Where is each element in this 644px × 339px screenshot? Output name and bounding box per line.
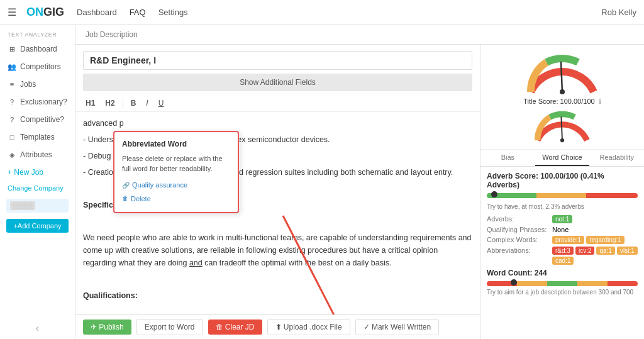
- add-company-button[interactable]: +Add Company: [6, 219, 69, 233]
- change-company-link[interactable]: Change Company: [0, 181, 75, 195]
- text-line-1: advanced p: [83, 117, 472, 130]
- tab-readability[interactable]: Readability: [589, 150, 644, 166]
- sidebar-label-dashboard: Dashboard: [20, 45, 57, 53]
- qualifying-row: Qualifying Phrases: None: [487, 226, 638, 233]
- logo: ONGIG: [26, 6, 64, 19]
- text-spacer-4: [83, 306, 472, 314]
- info-icon[interactable]: ℹ: [599, 97, 601, 105]
- panel-tabs: Bias Word Choice Readability: [480, 150, 644, 167]
- attributes-icon: ◈: [8, 151, 16, 159]
- sidebar-item-attributes[interactable]: ◈ Attributes: [0, 146, 75, 164]
- nav-settings[interactable]: Settings: [158, 8, 188, 17]
- abbreviations-label: Abbreviations:: [487, 247, 550, 254]
- mark-well-written-button[interactable]: ✓ Mark Well Written: [355, 319, 440, 335]
- sidebar-item-dashboard[interactable]: ⊞ Dashboard: [0, 40, 75, 58]
- word-count-hint: Try to aim for a job description between…: [487, 289, 638, 296]
- bold-button[interactable]: B: [128, 97, 139, 109]
- sidebar-item-templates[interactable]: □ Templates: [0, 128, 75, 146]
- tooltip-link-delete[interactable]: 🗑 Delete: [122, 192, 230, 206]
- adverbs-label: Adverbs:: [487, 215, 550, 223]
- sidebar-label-attributes: Attributes: [20, 150, 52, 159]
- export-word-button[interactable]: Export to Word: [136, 319, 203, 335]
- abbr-badge-3[interactable]: qa:1: [596, 247, 614, 255]
- sidebar-section-label: TEXT ANALYZER: [0, 25, 75, 40]
- text-spacer-3: [83, 273, 472, 286]
- h1-button[interactable]: H1: [83, 97, 97, 109]
- abbr-badge-4[interactable]: vlsi:1: [617, 247, 638, 255]
- qualifying-label: Qualifying Phrases:: [487, 226, 550, 233]
- complex-words-label: Complex Words:: [487, 236, 550, 243]
- sidebar-item-jobs[interactable]: ≡ Jobs: [0, 75, 75, 93]
- abbr-badge-5[interactable]: cad:1: [552, 257, 574, 265]
- nav-faq[interactable]: FAQ: [130, 8, 146, 17]
- upload-docx-button[interactable]: ⬆ Upload .docx File: [267, 319, 350, 335]
- text-spacer-2: [83, 215, 472, 228]
- tooltip-description: Please delete or replace with the full w…: [122, 154, 230, 174]
- score-section: Adverb Score: 100.00/100 (0.41% Adverbs)…: [480, 167, 644, 339]
- hamburger-icon[interactable]: ☰: [8, 6, 16, 18]
- h2-button[interactable]: H2: [103, 97, 117, 109]
- gauge-section: Title Score: 100.00/100 ℹ: [480, 45, 644, 150]
- editor-body[interactable]: Abbreviated Word Please delete or replac…: [75, 112, 480, 314]
- sidebar-label-competitive: Competitive?: [20, 115, 64, 124]
- user-name: Rob Kelly: [601, 8, 636, 17]
- tab-word-choice[interactable]: Word Choice: [535, 150, 590, 166]
- nav-links: Dashboard FAQ Settings: [77, 8, 188, 17]
- abbr-badge-1[interactable]: r&d:3: [552, 247, 574, 255]
- tooltip-link-quality[interactable]: 🔗 Quality assurance: [122, 179, 230, 192]
- tab-bias[interactable]: Bias: [480, 150, 535, 166]
- sidebar-item-competitive[interactable]: ? Competitive?: [0, 111, 75, 128]
- sidebar-label-templates: Templates: [20, 133, 55, 142]
- sidebar: TEXT ANALYZER ⊞ Dashboard 👥 Competitors …: [0, 25, 75, 339]
- tooltip-links: 🔗 Quality assurance 🗑 Delete: [122, 179, 230, 206]
- abbr-badge-2[interactable]: icv:2: [575, 247, 595, 255]
- editor-toolbar: H1 H2 B I U: [75, 95, 480, 112]
- word-count-section: Word Count: 244 Try to aim for a job des…: [487, 269, 638, 296]
- sidebar-item-exclusionary[interactable]: ? Exclusionary?: [0, 93, 75, 111]
- publish-button[interactable]: ✈ Publish: [83, 320, 131, 335]
- templates-icon: □: [8, 133, 16, 141]
- top-nav: ☰ ONGIG Dashboard FAQ Settings Rob Kelly: [0, 0, 644, 25]
- show-fields-button[interactable]: Show Additional Fields: [83, 74, 472, 91]
- secondary-gauge: [531, 108, 594, 143]
- svg-point-3: [560, 89, 565, 94]
- bottom-bar: ✈ Publish Export to Word 🗑 Clear JD ⬆ Up…: [75, 314, 480, 339]
- tooltip-link-delete-label: Delete: [131, 194, 151, 205]
- score-rows: Adverbs: not:1 Qualifying Phrases: None …: [487, 215, 638, 265]
- adverbs-badges: not:1: [552, 215, 572, 223]
- word-count-label: Word Count: 244: [487, 269, 638, 277]
- complex-badge-1[interactable]: provide:1: [552, 236, 584, 244]
- adverb-bar: [487, 193, 638, 198]
- sidebar-label-jobs: Jobs: [20, 80, 36, 89]
- jobs-icon: ≡: [8, 81, 16, 88]
- sidebar-collapse-button[interactable]: ‹: [0, 318, 75, 339]
- delete-icon: 🗑: [122, 194, 128, 204]
- exclusionary-icon: ?: [8, 98, 16, 106]
- job-title-input[interactable]: [83, 51, 472, 70]
- complex-badge-2[interactable]: regarding:1: [586, 236, 625, 244]
- sidebar-label-competitors: Competitors: [20, 62, 61, 71]
- adverbs-row: Adverbs: not:1: [487, 215, 638, 223]
- nav-dashboard[interactable]: Dashboard: [77, 8, 117, 17]
- competitive-icon: ?: [8, 116, 16, 123]
- link-icon: 🔗: [122, 181, 130, 191]
- new-job-button[interactable]: + New Job: [0, 164, 75, 181]
- sidebar-item-competitors[interactable]: 👥 Competitors: [0, 58, 75, 75]
- abbreviations-badges: r&d:3 icv:2 qa:1 vlsi:1 cad:1: [552, 247, 638, 265]
- svg-point-5: [560, 138, 564, 142]
- qualifying-value: None: [552, 226, 569, 233]
- and-underline: and: [189, 258, 203, 267]
- breadcrumb: Job Description: [75, 25, 644, 45]
- adverb-badge-1[interactable]: not:1: [552, 215, 572, 223]
- italic-button[interactable]: I: [143, 97, 150, 109]
- complex-words-badges: provide:1 regarding:1: [552, 236, 625, 244]
- svg-line-4: [561, 117, 562, 140]
- word-count-bar: [487, 281, 638, 286]
- svg-line-2: [561, 62, 562, 92]
- underline-button[interactable]: U: [156, 97, 167, 109]
- tooltip-popup: Abbreviated Word Please delete or replac…: [113, 131, 239, 213]
- sidebar-label-exclusionary: Exclusionary?: [20, 97, 67, 106]
- complex-words-row: Complex Words: provide:1 regarding:1: [487, 236, 638, 244]
- tooltip-link-quality-label: Quality assurance: [132, 180, 187, 191]
- clear-jd-button[interactable]: 🗑 Clear JD: [208, 320, 262, 335]
